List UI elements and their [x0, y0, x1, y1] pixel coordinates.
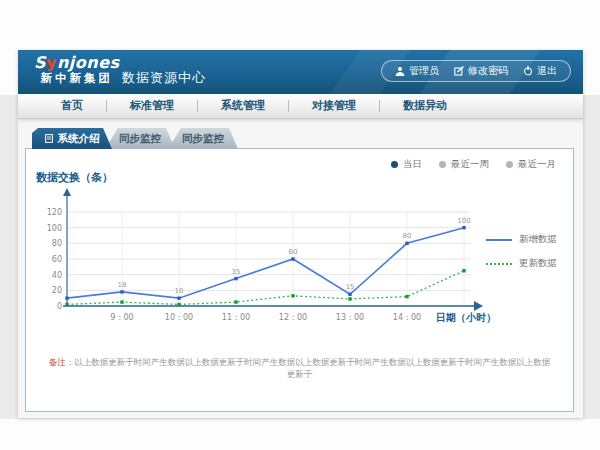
screen: Synjones 新中新集团 数据资源中心 管理员 修改密码 — [0, 0, 600, 450]
change-password-button[interactable]: 修改密码 — [454, 64, 508, 78]
svg-text:10: 10 — [175, 287, 184, 295]
svg-text:100: 100 — [457, 217, 470, 225]
tab-system-intro[interactable]: 系统介绍 — [32, 128, 112, 149]
svg-text:9：00: 9：00 — [110, 313, 133, 322]
footer-note: 备注：以上数据更新于时间产生数据以上数据更新于时间产生数据以上数据更新于时间产生… — [48, 357, 551, 381]
radio-today[interactable]: 当日 — [391, 158, 422, 171]
svg-text:12：00: 12：00 — [279, 313, 307, 322]
svg-text:15: 15 — [346, 283, 355, 291]
nav-item-home[interactable]: 首页 — [38, 94, 106, 118]
svg-text:10：00: 10：00 — [165, 313, 193, 322]
legend-update-data: 更新数据 — [486, 257, 557, 270]
nav-item-interface-mgmt[interactable]: 对接管理 — [289, 94, 379, 118]
app-title: 数据资源中心 — [122, 69, 206, 87]
svg-text:60: 60 — [289, 248, 298, 256]
svg-text:80: 80 — [403, 232, 412, 240]
svg-text:60: 60 — [52, 255, 62, 264]
radio-icon — [439, 161, 446, 168]
nav-item-system-mgmt[interactable]: 系统管理 — [198, 94, 288, 118]
power-icon — [523, 66, 533, 76]
svg-text:35: 35 — [232, 268, 241, 276]
svg-text:80: 80 — [52, 239, 62, 248]
main-nav: 首页 标准管理 系统管理 对接管理 数据异动 — [18, 94, 583, 119]
tab-sync-monitor-2[interactable]: 同步监控 — [168, 128, 238, 149]
y-axis-title: 数据交换（条） — [36, 170, 113, 185]
svg-text:13：00: 13：00 — [336, 313, 364, 322]
company-logo: Synjones 新中新集团 — [34, 54, 120, 84]
legend-new-data: 新增数据 — [486, 233, 557, 246]
logo-accent-letter: y — [46, 53, 57, 72]
tab-sync-monitor-1[interactable]: 同步监控 — [105, 128, 175, 149]
line-chart: 0204060801001209：0010：0011：0012：0013：001… — [29, 187, 499, 337]
radio-last-month[interactable]: 最近一月 — [506, 158, 556, 171]
site-window: Synjones 新中新集团 数据资源中心 管理员 修改密码 — [18, 50, 583, 418]
svg-text:日期（小时）: 日期（小时） — [436, 312, 496, 323]
radio-last-week[interactable]: 最近一周 — [439, 158, 489, 171]
app-header: Synjones 新中新集团 数据资源中心 管理员 修改密码 — [18, 50, 583, 94]
svg-text:11：00: 11：00 — [222, 313, 250, 322]
svg-text:40: 40 — [52, 271, 62, 280]
content-panel: 当日 最近一周 最近一月 数据交换（条） 0204060801001209：00… — [25, 148, 574, 412]
dotted-line-icon — [486, 263, 512, 265]
radio-icon — [506, 161, 513, 168]
logout-button[interactable]: 退出 — [523, 64, 557, 78]
svg-text:18: 18 — [118, 281, 127, 289]
svg-text:14：00: 14：00 — [393, 313, 421, 322]
current-user[interactable]: 管理员 — [395, 64, 439, 78]
svg-text:0: 0 — [57, 302, 62, 311]
tab-bar: 系统介绍 同步监控 同步监控 — [32, 128, 238, 149]
nav-item-data-change[interactable]: 数据异动 — [380, 94, 470, 118]
solid-line-icon — [486, 239, 512, 241]
radio-selected-icon — [391, 161, 398, 168]
company-name: 新中新集团 — [34, 72, 120, 85]
note-label: 备注： — [49, 357, 75, 367]
chart-legend: 新增数据 更新数据 — [486, 233, 557, 270]
edit-icon — [454, 66, 464, 76]
document-icon — [45, 133, 53, 145]
time-range-filter: 当日 最近一周 最近一月 — [391, 158, 556, 171]
svg-text:100: 100 — [47, 224, 62, 233]
nav-item-standard-mgmt[interactable]: 标准管理 — [107, 94, 197, 118]
svg-text:20: 20 — [52, 286, 62, 295]
svg-text:120: 120 — [47, 208, 62, 217]
user-icon — [395, 66, 405, 76]
user-toolbar: 管理员 修改密码 退出 — [381, 60, 571, 82]
